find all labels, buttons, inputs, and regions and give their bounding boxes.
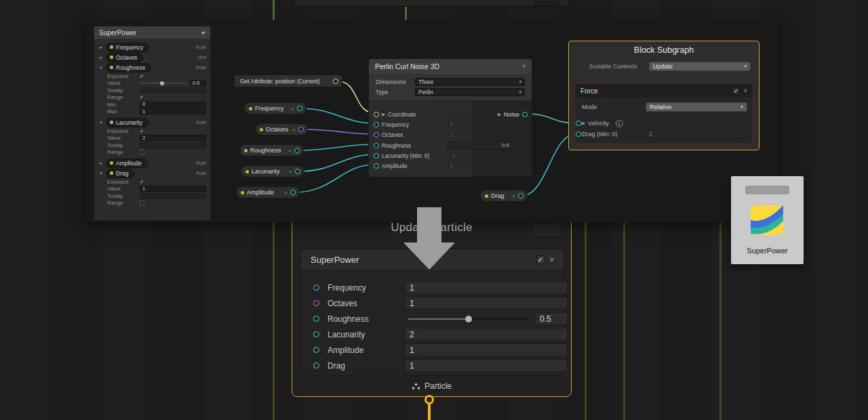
collapse-chevron-icon[interactable]: ˅ bbox=[550, 255, 554, 264]
value-field[interactable]: 1 bbox=[140, 186, 206, 192]
perlin-curl-noise-node[interactable]: Perlin Curl Noise 3D ˅ Dimensions Three▾… bbox=[368, 58, 532, 177]
local-space-badge[interactable]: L bbox=[616, 120, 623, 127]
block-row-octaves: Octaves 1 bbox=[301, 295, 564, 311]
param-node-lacunarity[interactable]: Lacunarity < bbox=[241, 165, 304, 177]
output-port-icon[interactable] bbox=[295, 169, 300, 174]
float-port-icon[interactable] bbox=[313, 362, 319, 369]
blackboard-header[interactable]: SuperPower + bbox=[94, 26, 210, 39]
float-port-icon[interactable] bbox=[313, 347, 319, 353]
property-row-roughness[interactable]: ▾ Roughness float bbox=[98, 62, 206, 72]
chevron-right-icon[interactable]: ▸ bbox=[98, 161, 104, 166]
input-roughness: Roughness 0.5 bbox=[369, 140, 532, 150]
add-property-button[interactable]: + bbox=[201, 28, 205, 37]
tooltip-field[interactable] bbox=[140, 142, 206, 148]
collapse-icon[interactable]: < bbox=[292, 127, 296, 133]
checkbox-checked[interactable]: ✓ bbox=[140, 94, 144, 100]
type-dropdown[interactable]: Perlin▾ bbox=[415, 88, 525, 96]
input-port-icon[interactable] bbox=[374, 112, 379, 117]
roughness-field[interactable]: 0.5 bbox=[535, 312, 568, 325]
node-header[interactable]: Perlin Curl Noise 3D ˅ bbox=[369, 59, 532, 74]
chevron-down-icon[interactable]: ▾ bbox=[98, 65, 104, 70]
octaves-field[interactable]: 1 bbox=[405, 297, 568, 310]
checkbox-checked[interactable]: ✓ bbox=[140, 73, 144, 79]
param-node-frequency[interactable]: Frequency < bbox=[244, 102, 307, 114]
property-row-drag[interactable]: ▾ Drag float bbox=[98, 168, 206, 178]
block-enabled-checkbox[interactable]: ✓ bbox=[536, 255, 545, 264]
block-subgraph-panel[interactable]: Block Subgraph Suitable Contexts Update▾… bbox=[568, 41, 760, 150]
output-port-icon[interactable] bbox=[518, 193, 524, 198]
force-block-header[interactable]: Force ✓ ˅ bbox=[575, 84, 753, 98]
output-port-icon[interactable] bbox=[298, 127, 304, 132]
property-row-frequency[interactable]: ▸ Frequency float bbox=[98, 42, 206, 52]
input-port-icon[interactable] bbox=[576, 121, 581, 126]
row-label: Frequency bbox=[328, 283, 366, 293]
chevron-down-icon[interactable]: ▾ bbox=[98, 120, 104, 125]
checkbox-checked[interactable]: ✓ bbox=[140, 179, 144, 185]
output-port-icon[interactable] bbox=[290, 190, 296, 195]
param-node-amplitude[interactable]: Amplitude < bbox=[236, 186, 300, 198]
expander-icon[interactable]: ▶ bbox=[582, 121, 585, 126]
min-field[interactable]: 0 bbox=[140, 102, 206, 108]
property-row-octaves[interactable]: ▸ Octaves uint bbox=[98, 52, 206, 62]
force-block[interactable]: Force ✓ ˅ Mode Relative▾ ▶ Velocity L bbox=[574, 83, 753, 144]
input-port-icon[interactable] bbox=[374, 132, 379, 138]
mode-dropdown[interactable]: Relative▾ bbox=[646, 102, 747, 112]
dimensions-dropdown[interactable]: Three▾ bbox=[415, 78, 525, 86]
collapse-icon[interactable]: < bbox=[291, 106, 294, 112]
output-port-icon[interactable] bbox=[333, 79, 338, 84]
input-port-icon[interactable] bbox=[374, 143, 379, 148]
slider-handle[interactable] bbox=[465, 316, 472, 322]
tooltip-field[interactable] bbox=[140, 87, 206, 93]
slider-handle[interactable] bbox=[160, 81, 164, 85]
value-slider[interactable] bbox=[140, 80, 186, 86]
uint-port-icon[interactable] bbox=[313, 300, 319, 306]
block-row-lacunarity: Lacunarity 2 bbox=[301, 327, 564, 342]
suitable-contexts-dropdown[interactable]: Update▾ bbox=[649, 62, 751, 71]
expander-icon[interactable]: ▶ bbox=[382, 112, 385, 117]
superpower-asset-tile[interactable]: SuperPower bbox=[731, 176, 804, 264]
float-port-icon[interactable] bbox=[313, 331, 319, 337]
checkbox-checked[interactable]: ✓ bbox=[140, 128, 144, 134]
output-port-icon[interactable] bbox=[297, 106, 302, 111]
row-label: Roughness bbox=[328, 314, 369, 324]
chevron-right-icon[interactable]: ▸ bbox=[98, 55, 104, 60]
param-node-octaves[interactable]: Octaves < bbox=[255, 123, 308, 135]
value-field[interactable]: 0.5 bbox=[190, 80, 206, 86]
chevron-down-icon[interactable]: ▾ bbox=[98, 171, 104, 176]
float-port-icon[interactable] bbox=[313, 285, 319, 291]
lacunarity-field[interactable]: 2 bbox=[405, 328, 568, 341]
output-port-icon[interactable] bbox=[294, 148, 300, 153]
frequency-field[interactable]: 1 bbox=[405, 281, 568, 294]
max-field[interactable]: 1 bbox=[140, 108, 206, 114]
chevron-right-icon[interactable]: ▸ bbox=[98, 45, 104, 50]
param-node-roughness[interactable]: Roughness < bbox=[239, 144, 304, 156]
value-field[interactable]: 2 bbox=[140, 135, 206, 141]
value-row: Value2 bbox=[98, 135, 206, 142]
float-port-icon[interactable] bbox=[313, 316, 319, 322]
collapse-icon[interactable]: < bbox=[288, 148, 292, 154]
collapse-icon[interactable]: < bbox=[512, 193, 515, 199]
collapse-chevron-icon[interactable]: ˅ bbox=[522, 63, 526, 70]
block-enabled-checkbox[interactable]: ✓ bbox=[732, 87, 740, 95]
input-port-icon[interactable] bbox=[374, 163, 379, 169]
collapse-chevron-icon[interactable]: ˅ bbox=[744, 87, 747, 94]
amplitude-field[interactable]: 1 bbox=[405, 343, 568, 356]
checkbox-unchecked[interactable] bbox=[140, 150, 144, 154]
collapse-icon[interactable]: < bbox=[289, 169, 292, 175]
input-port-icon[interactable] bbox=[374, 153, 379, 159]
flow-output-port[interactable] bbox=[425, 395, 434, 404]
input-port-icon[interactable] bbox=[374, 122, 379, 127]
range-row: Range bbox=[98, 200, 206, 207]
collapse-icon[interactable]: < bbox=[284, 190, 288, 196]
param-node-drag[interactable]: Drag < bbox=[480, 190, 528, 202]
drag-field[interactable]: 1 bbox=[405, 359, 568, 372]
tooltip-field[interactable] bbox=[140, 193, 206, 199]
space-badge[interactable] bbox=[535, 225, 559, 235]
drag-value-field[interactable]: 1 bbox=[646, 130, 747, 138]
input-port-icon[interactable] bbox=[576, 131, 581, 137]
checkbox-unchecked[interactable] bbox=[140, 201, 144, 205]
property-row-amplitude[interactable]: ▸ Amplitude float bbox=[98, 158, 206, 168]
property-row-lacunarity[interactable]: ▾ Lacunarity float bbox=[98, 117, 206, 127]
get-attribute-node[interactable]: Get Attribute: position (Current) bbox=[234, 75, 342, 87]
roughness-slider[interactable] bbox=[408, 312, 528, 325]
